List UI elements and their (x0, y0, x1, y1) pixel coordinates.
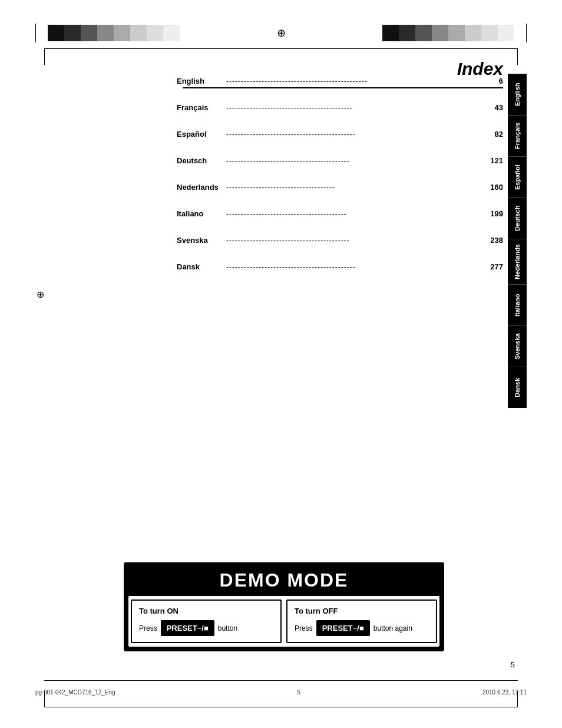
tab-espanol[interactable]: Español (508, 156, 527, 197)
bottom-right-text: 2010.6.23, 17:11 (482, 689, 527, 696)
entry-dots: ------------------------------------- (226, 183, 483, 192)
entry-page: 43 (485, 103, 503, 112)
entry-dots: ----------------------------------------… (226, 130, 483, 139)
entry-dots: ----------------------------------------… (226, 157, 483, 165)
bottom-horizontal-rule (44, 680, 518, 681)
left-bracket-top (44, 48, 45, 65)
demo-off-label: To turn OFF (295, 607, 429, 615)
list-item: Italiano -------------------------------… (177, 209, 503, 218)
list-item: English --------------------------------… (177, 77, 503, 85)
entry-page: 277 (485, 262, 503, 271)
tab-italiano[interactable]: Italiano (508, 284, 527, 325)
lang-label-svenska: Svenska (177, 236, 224, 245)
top-crosshair-symbol: ⊕ (277, 27, 286, 39)
entry-page: 199 (485, 209, 503, 218)
tab-english[interactable]: English (508, 74, 527, 115)
tab-nederlands[interactable]: Nederlands (508, 239, 527, 284)
list-item: Français -------------------------------… (177, 103, 503, 112)
demo-turn-off-section: To turn OFF Press PRESET−/■ button again (286, 599, 437, 643)
right-bracket-bottom (517, 691, 518, 707)
demo-mode-section: DEMO MODE To turn ON Press PRESET−/■ but… (124, 562, 444, 651)
demo-off-press-text: Press (295, 624, 313, 633)
index-entries: English --------------------------------… (177, 77, 503, 289)
lang-label-francais: Français (177, 103, 224, 112)
tab-francais[interactable]: Français (508, 115, 527, 156)
right-color-strip (382, 25, 514, 41)
index-title: Index (457, 59, 503, 79)
list-item: Dansk ----------------------------------… (177, 262, 503, 271)
right-bracket-top (517, 48, 518, 65)
top-decorative-bar: ⊕ (35, 24, 527, 42)
lang-label-dansk: Dansk (177, 262, 224, 271)
lang-label-italiano: Italiano (177, 209, 224, 218)
bottom-center-text: 5 (297, 689, 301, 696)
entry-dots: ----------------------------------------… (226, 263, 483, 271)
entry-page: 82 (485, 130, 503, 139)
bottom-second-rule (44, 707, 518, 707)
list-item: Español --------------------------------… (177, 130, 503, 139)
lang-label-english: English (177, 77, 224, 85)
left-color-strip (48, 25, 180, 41)
bottom-info-bar: pg 001-042_MCD716_12_Eng 5 2010.6.23, 17… (35, 689, 527, 696)
demo-body: To turn ON Press PRESET−/■ button To tur… (128, 596, 439, 647)
entry-page: 6 (485, 77, 503, 85)
entry-page: 160 (485, 183, 503, 192)
lang-label-deutsch: Deutsch (177, 156, 224, 165)
lang-label-nederlands: Nederlands (177, 183, 224, 192)
left-bracket-top-line (35, 24, 36, 42)
demo-off-preset-button[interactable]: PRESET−/■ (316, 620, 370, 636)
entry-dots: ----------------------------------------… (226, 236, 483, 245)
demo-off-button-suffix: button again (373, 624, 412, 633)
entry-dots: ----------------------------------------… (226, 210, 483, 218)
entry-page: 238 (485, 236, 503, 245)
page-number: 5 (511, 660, 515, 669)
tab-dansk[interactable]: Dansk (508, 367, 527, 408)
demo-off-button-row: Press PRESET−/■ button again (295, 620, 429, 636)
demo-on-button-suffix: button (218, 624, 237, 633)
demo-on-label: To turn ON (139, 607, 273, 615)
left-margin-crosshair: ⊕ (37, 289, 44, 300)
entry-dots: ----------------------------------------… (226, 77, 483, 85)
demo-title: DEMO MODE (124, 562, 444, 596)
lang-label-espanol: Español (177, 130, 224, 139)
demo-turn-on-section: To turn ON Press PRESET−/■ button (131, 599, 282, 643)
entry-page: 121 (485, 156, 503, 165)
right-margin-crosshair: ⊕ (518, 321, 525, 332)
list-item: Deutsch --------------------------------… (177, 156, 503, 165)
language-tab-bar: English Français Español Deutsch Nederla… (508, 74, 527, 408)
tab-deutsch[interactable]: Deutsch (508, 197, 527, 239)
entry-dots: ----------------------------------------… (226, 104, 483, 112)
demo-on-button-row: Press PRESET−/■ button (139, 620, 273, 636)
right-bracket-top-line (526, 24, 527, 42)
list-item: Svenska --------------------------------… (177, 236, 503, 245)
list-item: Nederlands -----------------------------… (177, 183, 503, 192)
left-bracket-bottom (44, 691, 45, 707)
demo-on-preset-button[interactable]: PRESET−/■ (161, 620, 214, 636)
top-horizontal-rule (44, 48, 518, 49)
demo-on-press-text: Press (139, 624, 157, 633)
bottom-left-text: pg 001-042_MCD716_12_Eng (35, 689, 115, 696)
